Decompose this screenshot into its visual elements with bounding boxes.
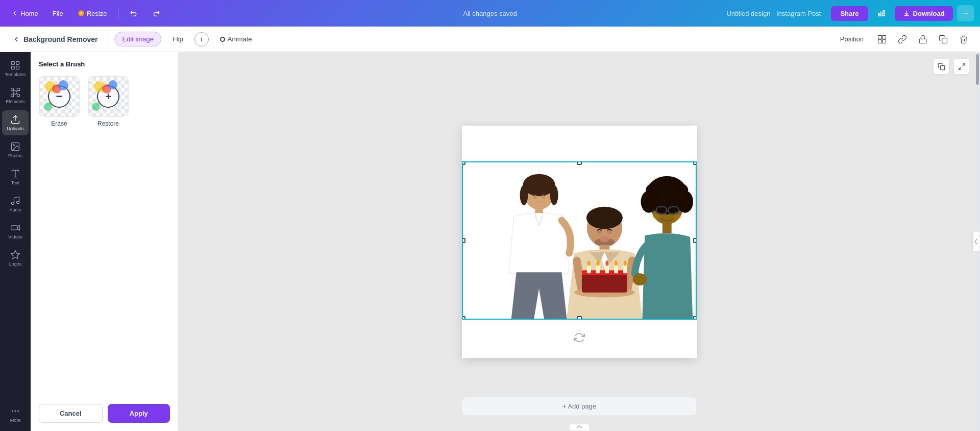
sidebar-item-text[interactable]: Text: [2, 164, 29, 189]
redo-icon: [152, 9, 160, 17]
svg-rect-10: [942, 38, 947, 43]
sidebar-item-audio[interactable]: Audio: [2, 191, 29, 217]
flip-button[interactable]: Flip: [165, 32, 190, 46]
more-dots: ···: [962, 9, 969, 17]
add-page-button[interactable]: + Add page: [462, 397, 697, 416]
link-button[interactable]: [894, 31, 911, 47]
duplicate-button[interactable]: [935, 31, 951, 47]
topbar-right: Untitled design - Instagram Post Share D…: [726, 5, 974, 21]
sidebar-item-more[interactable]: More: [2, 402, 29, 427]
sidebar-item-templates[interactable]: Templates: [2, 56, 29, 81]
selection-handle-mid-left[interactable]: [462, 238, 465, 243]
restore-brush-item[interactable]: + Restore: [88, 76, 129, 127]
sidebar-item-uploads[interactable]: Uploads: [2, 110, 29, 135]
file-label: File: [53, 10, 63, 17]
svg-point-24: [17, 201, 19, 204]
svg-point-67: [646, 183, 664, 197]
svg-rect-31: [940, 65, 944, 69]
svg-rect-53: [596, 265, 600, 273]
logos-icon: [10, 250, 20, 260]
sidebar-item-logos[interactable]: Logos: [2, 246, 29, 271]
resize-button[interactable]: ★ Resize: [72, 7, 112, 20]
back-to-background-remover-button[interactable]: Background Remover: [8, 33, 102, 46]
svg-rect-13: [12, 66, 15, 69]
selection-handle-bottom-left[interactable]: [462, 316, 465, 320]
expand-icon: [958, 63, 966, 70]
logos-label: Logos: [9, 261, 22, 267]
svg-point-61: [624, 260, 627, 266]
more-options-button[interactable]: ···: [957, 5, 974, 21]
selection-handle-top-mid[interactable]: [577, 161, 582, 165]
animate-button[interactable]: Animate: [213, 32, 259, 46]
canvas-expand-button[interactable]: [953, 58, 970, 75]
svg-rect-9: [919, 39, 926, 43]
svg-point-20: [13, 145, 14, 146]
canvas-top-controls: [933, 58, 970, 75]
chevron-left-small-icon: [12, 35, 20, 43]
position-button[interactable]: Position: [834, 32, 870, 46]
apply-button[interactable]: Apply: [108, 404, 170, 423]
selection-handle-bottom-right[interactable]: [693, 316, 697, 320]
panel-title: Select a Brush: [39, 60, 170, 68]
stats-button[interactable]: [872, 7, 891, 20]
file-button[interactable]: File: [47, 7, 68, 20]
panel-bottom: Cancel Apply: [39, 404, 170, 423]
svg-point-60: [615, 260, 618, 266]
link-icon: [898, 35, 907, 44]
svg-rect-11: [12, 62, 15, 65]
star-icon: ★: [78, 10, 85, 17]
selection-handle-mid-right[interactable]: [693, 238, 697, 243]
photos-icon: [10, 141, 20, 152]
svg-point-48: [599, 236, 609, 242]
sidebar-item-videos[interactable]: Videos: [2, 219, 29, 244]
photos-label: Photos: [8, 153, 22, 158]
birthday-photo: [463, 162, 696, 319]
grid-view-button[interactable]: [874, 31, 890, 47]
svg-line-32: [962, 63, 964, 65]
delete-button[interactable]: [955, 31, 972, 47]
brush-grid: − Erase +: [39, 76, 170, 127]
right-collapse-handle[interactable]: [973, 231, 980, 252]
cancel-button[interactable]: Cancel: [39, 404, 103, 423]
bottom-collapse-handle[interactable]: [569, 424, 590, 431]
svg-rect-6: [883, 35, 886, 39]
more-icon: [10, 406, 20, 416]
audio-icon: [10, 196, 20, 206]
sidebar-item-photos[interactable]: Photos: [2, 137, 29, 162]
copy-canvas-icon: [938, 63, 945, 70]
canvas-copy-button[interactable]: [933, 58, 949, 75]
topbar: Home File ★ Resize All changes saved Unt…: [0, 0, 980, 27]
svg-point-76: [652, 214, 660, 219]
share-button[interactable]: Share: [831, 6, 868, 21]
svg-point-77: [674, 214, 682, 219]
design-title: Untitled design - Instagram Post: [726, 10, 821, 17]
svg-rect-55: [614, 265, 618, 273]
info-label: i: [201, 35, 203, 43]
videos-label: Videos: [8, 234, 22, 240]
svg-point-57: [587, 260, 591, 266]
info-button[interactable]: i: [194, 32, 209, 46]
back-label: Background Remover: [23, 35, 97, 43]
lock-icon: [918, 35, 927, 44]
svg-point-38: [550, 185, 558, 205]
selection-handle-top-left[interactable]: [462, 161, 465, 165]
sidebar-item-elements[interactable]: Elements: [2, 83, 29, 108]
selection-handle-top-right[interactable]: [693, 161, 697, 165]
canvas-image-area[interactable]: ↻: [462, 161, 697, 320]
erase-brush-item[interactable]: − Erase: [39, 76, 80, 127]
lock-button[interactable]: [915, 31, 931, 47]
download-button[interactable]: Download: [895, 6, 953, 21]
edit-image-button[interactable]: Edit image: [114, 32, 161, 46]
uploads-label: Uploads: [7, 126, 23, 131]
svg-point-37: [520, 185, 528, 205]
svg-rect-17: [17, 94, 19, 97]
topbar-divider: [118, 7, 118, 19]
canvas-container: ↻: [462, 126, 697, 358]
undo-button[interactable]: [125, 7, 143, 20]
selection-handle-bottom-mid[interactable]: [577, 316, 582, 320]
svg-line-33: [959, 67, 961, 69]
chart-icon: [877, 9, 886, 17]
templates-icon: [10, 60, 20, 70]
redo-button[interactable]: [147, 7, 165, 20]
home-button[interactable]: Home: [6, 7, 43, 20]
